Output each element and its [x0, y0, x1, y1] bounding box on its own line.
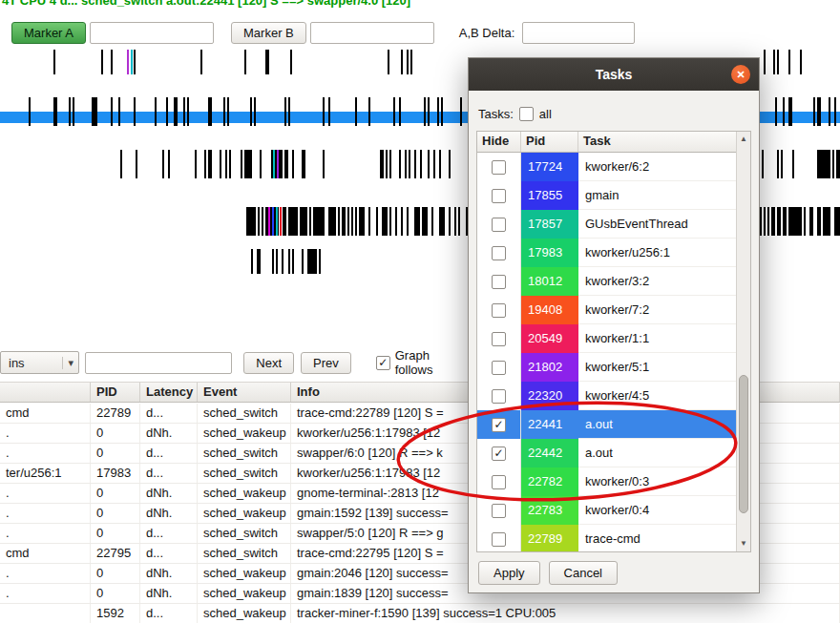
hide-cell	[477, 239, 521, 267]
hide-checkbox[interactable]	[492, 475, 506, 489]
task-row[interactable]: 19408kworker/7:2	[477, 296, 736, 324]
hide-checkbox[interactable]	[492, 160, 506, 175]
cell-latency: d...	[140, 444, 198, 463]
task-name: kworker/3:2	[578, 267, 736, 296]
task-row[interactable]: 17855gmain	[477, 181, 736, 210]
trace-tick	[273, 150, 275, 178]
scrollbar-thumb[interactable]	[739, 375, 748, 513]
cell-latency: d...	[140, 544, 198, 563]
hide-checkbox[interactable]	[492, 504, 506, 518]
trace-tick	[386, 207, 388, 236]
trace-tick	[458, 207, 460, 236]
hide-checkbox[interactable]	[492, 532, 506, 547]
trace-tick	[111, 50, 113, 74]
trace-tick	[428, 150, 430, 178]
cell-task: .	[0, 524, 91, 543]
task-pid: 17724	[521, 153, 578, 181]
header-event[interactable]: Event	[198, 383, 291, 402]
header-hide[interactable]: Hide	[477, 132, 521, 152]
trace-tick	[800, 50, 802, 74]
marker-a-input[interactable]	[90, 22, 214, 44]
header-task[interactable]: Task	[578, 132, 750, 152]
task-row[interactable]: ✓22442a.out	[477, 439, 736, 467]
prev-button[interactable]: Prev	[301, 352, 351, 374]
cell-latency: d...	[140, 524, 198, 543]
trace-tick	[764, 50, 766, 74]
trace-tick	[296, 207, 298, 236]
filter-combo[interactable]: ins ▾	[0, 351, 79, 374]
trace-tick	[254, 97, 256, 126]
task-row[interactable]: ✓22441a.out	[477, 410, 736, 439]
close-button[interactable]: ✕	[731, 65, 750, 84]
table-row[interactable]: 1592d...sched_wakeuptracker-miner-f:1590…	[0, 604, 840, 623]
hide-checkbox[interactable]	[492, 303, 506, 318]
tasks-dialog-titlebar[interactable]: Tasks ✕	[469, 58, 759, 91]
task-pid: 22783	[521, 496, 578, 525]
task-pid: 22782	[521, 467, 578, 496]
trace-tick	[449, 207, 451, 236]
task-row[interactable]: 17724kworker/6:2	[477, 153, 736, 181]
hide-checkbox[interactable]	[492, 332, 506, 346]
task-row[interactable]: 17857GUsbEventThread	[477, 210, 736, 239]
hide-cell	[477, 296, 521, 324]
trace-tick	[832, 150, 834, 178]
trace-tick	[315, 249, 317, 274]
trace-tick	[120, 150, 122, 178]
trace-tick	[431, 207, 433, 236]
task-row[interactable]: 22320kworker/4:5	[477, 382, 736, 410]
hide-checkbox[interactable]	[492, 246, 506, 260]
trace-tick	[437, 97, 439, 126]
ab-delta-input[interactable]	[522, 22, 635, 44]
search-input[interactable]	[85, 352, 232, 374]
cell-event: sched_wakeup	[198, 424, 291, 443]
trace-tick	[166, 97, 168, 126]
trace-tick	[258, 207, 260, 236]
graph-follows-checkbox[interactable]: ✓	[376, 356, 390, 370]
hide-checkbox[interactable]	[492, 361, 506, 375]
hide-checkbox[interactable]: ✓	[492, 418, 506, 432]
header-task[interactable]	[0, 383, 91, 402]
cell-event: sched_wakeup	[198, 484, 291, 503]
task-row[interactable]: 22789trace-cmd	[477, 525, 736, 551]
graph-follows-label: Graph follows	[395, 348, 468, 377]
hide-checkbox[interactable]: ✓	[492, 446, 506, 461]
trace-tick	[223, 97, 225, 126]
task-row[interactable]: 21802kworker/5:1	[477, 353, 736, 382]
task-row[interactable]: 22782kworker/0:3	[477, 467, 736, 496]
apply-button[interactable]: Apply	[478, 561, 540, 585]
header-latency[interactable]: Latency	[140, 383, 198, 402]
cell-pid: 22795	[91, 544, 140, 563]
scroll-down-icon[interactable]: ▼	[737, 537, 750, 550]
all-checkbox[interactable]	[519, 107, 534, 121]
header-pid[interactable]: Pid	[521, 132, 578, 152]
cell-pid: 0	[91, 424, 140, 443]
tasks-scrollbar[interactable]: ▲ ▼	[736, 132, 750, 551]
hide-checkbox[interactable]	[492, 218, 506, 232]
trace-tick	[305, 207, 307, 236]
trace-tick	[368, 97, 370, 126]
hide-checkbox[interactable]	[492, 389, 506, 404]
trace-tick	[351, 207, 353, 236]
header-pid[interactable]: PID	[91, 383, 140, 402]
hide-checkbox[interactable]	[492, 189, 506, 203]
trace-tick	[433, 150, 435, 178]
marker-a-button[interactable]: Marker A	[11, 22, 86, 44]
hide-checkbox[interactable]	[492, 275, 506, 289]
next-button[interactable]: Next	[243, 352, 294, 374]
trace-tick	[777, 50, 779, 74]
trace-tick	[323, 150, 325, 178]
task-row[interactable]: 22783kworker/0:4	[477, 496, 736, 525]
hide-cell	[477, 210, 521, 239]
task-pid: 22320	[521, 382, 578, 410]
cell-event: sched_switch	[198, 444, 291, 463]
task-row[interactable]: 18012kworker/3:2	[477, 267, 736, 296]
task-row[interactable]: 17983kworker/u256:1	[477, 239, 736, 267]
tasks-dialog-title: Tasks	[596, 67, 633, 82]
marker-b-input[interactable]	[310, 22, 434, 44]
marker-b-button[interactable]: Marker B	[231, 22, 306, 44]
trace-tick	[441, 97, 443, 126]
trace-tick	[55, 97, 57, 126]
cancel-button[interactable]: Cancel	[549, 561, 618, 585]
task-row[interactable]: 20549kworker/1:1	[477, 324, 736, 353]
scroll-up-icon[interactable]: ▲	[737, 133, 750, 146]
